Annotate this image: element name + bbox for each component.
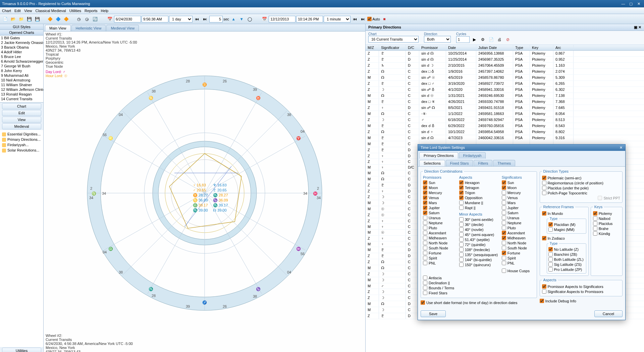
chk-pluto[interactable]: Pluto	[502, 225, 535, 230]
list-item[interactable]: 7 George W Bush	[0, 64, 43, 68]
col-header[interactable]: M/Z	[366, 45, 379, 50]
pd-direction-select[interactable]: Both	[424, 36, 451, 43]
chk-k-ndig[interactable]: Kündig	[593, 231, 620, 236]
down-icon[interactable]: ▼	[238, 15, 245, 23]
chk-declination---[interactable]: Declination ||	[423, 280, 535, 285]
chk-108---tredecile-[interactable]: 108° (tredecile)	[459, 247, 498, 252]
chk-sig-latitude--zs-[interactable]: Sig Latitude (ZS)	[548, 262, 585, 267]
col-header[interactable]: Key	[530, 45, 553, 50]
chk-sun[interactable]: Sun	[423, 180, 456, 185]
chk-150---quincunx-[interactable]: 150° (quincunx)	[459, 262, 498, 267]
tree-item[interactable]: Solar Revolutions...	[1, 148, 42, 153]
menu-edit[interactable]: Edit	[14, 9, 21, 13]
col-header[interactable]: D/C	[406, 45, 419, 50]
col-header[interactable]: Arc	[553, 45, 574, 50]
sidebar-btn-medieval[interactable]: Medieval	[2, 123, 41, 129]
short-date-checkbox[interactable]: Use short date format (no time of day) i…	[421, 300, 537, 305]
menu-reports[interactable]: Reports	[85, 9, 98, 13]
chk-brahe[interactable]: Brahe	[593, 226, 620, 231]
tab-medieval-view[interactable]: Medieval View	[106, 25, 139, 31]
pd-chart-select[interactable]: 16 Current Transits	[368, 36, 419, 43]
step1-select[interactable]: 1 day	[169, 16, 193, 22]
table-row[interactable]: Z☽Csin ☍ ♁4/1/20202458941.33016PSAPtolem…	[366, 87, 644, 93]
chk-magini--mm-[interactable]: Magini (MM)	[548, 227, 585, 232]
chk-midheaven[interactable]: Midheaven	[423, 235, 456, 240]
chk-fortune[interactable]: Fortune	[502, 250, 535, 255]
table-row[interactable]: Z☽C♂6/18/20222459748.92947PSAPtolemy8.51…	[366, 117, 644, 123]
menu-view[interactable]: View	[24, 9, 32, 13]
chk-moon[interactable]: Moon	[502, 185, 535, 190]
pin-icon[interactable]: ▣	[634, 25, 637, 29]
list-item[interactable]: 4 Adolf Hitler	[0, 50, 43, 54]
chk-pluto[interactable]: Pluto	[423, 225, 456, 230]
calendar2-icon[interactable]: 📅	[261, 15, 268, 23]
dlg-subtab-selections[interactable]: Selections	[419, 160, 445, 166]
dlg-tab-firdariyyah[interactable]: Firdariyyah	[459, 152, 486, 159]
chk-venus[interactable]: Venus	[423, 195, 456, 200]
list-item[interactable]: 8 John Kerry	[0, 68, 43, 73]
close-panel-icon[interactable]: ✕	[638, 25, 641, 29]
stop-icon[interactable]: ■	[381, 15, 388, 23]
date1-input[interactable]	[114, 16, 141, 22]
table-row[interactable]: M☊Csin ☌ ☉1/31/20212459246.69530PSAPtole…	[366, 93, 644, 99]
chk-bianchini--zb-[interactable]: Bianchini (ZB)	[548, 252, 585, 257]
col-header[interactable]: Promissor	[419, 45, 446, 50]
chk-mercury[interactable]: Mercury	[502, 190, 535, 195]
debug-checkbox[interactable]: Include Debug Info	[540, 298, 623, 303]
add-chart-icon[interactable]: 🔶	[46, 15, 54, 23]
dlg-tab-primary-directions[interactable]: Primary Directions	[419, 152, 458, 159]
step2-select[interactable]: 1 minute	[324, 16, 351, 22]
chk-uranus[interactable]: Uranus	[502, 215, 535, 220]
chk-pnl[interactable]: PNL	[423, 260, 456, 266]
chk-placidus[interactable]: Placidus	[593, 221, 620, 226]
chart-tool-icon[interactable]: 🔶	[62, 15, 70, 23]
chk-135---sesquisquare-[interactable]: 135° (sesquisquare)	[459, 252, 498, 257]
chk-sun[interactable]: Sun	[502, 180, 535, 185]
minimize-icon[interactable]: —	[620, 0, 627, 7]
chk-mundane---[interactable]: Mundane ||	[459, 200, 498, 205]
step-fwd2-icon[interactable]: ⏭	[359, 15, 367, 23]
col-header[interactable]: Date	[446, 45, 476, 50]
in-zodiaco-checkbox[interactable]: In Zodiaco	[542, 236, 586, 241]
step-fwd-icon[interactable]: ⏭	[201, 15, 209, 23]
chk-pro-latitude--zp-[interactable]: Pro Latitude (ZP)	[548, 267, 585, 272]
dlg-subtab-themes[interactable]: Themes	[493, 160, 515, 166]
chk-both-latitude--zl-[interactable]: Both Latitude (ZL)	[548, 257, 585, 262]
chart-area[interactable]: Wheel #1: Current Transits 12/12/2013, 1…	[44, 32, 365, 352]
chk-rapt---[interactable]: Rapt ||	[459, 205, 498, 210]
table-row[interactable]: M♇Csin ☌ ☊4/7/20232460042.33616PSAPtolem…	[366, 135, 644, 141]
menu-utilities[interactable]: Utilities	[69, 9, 81, 13]
refresh-icon[interactable]: 🔄	[91, 15, 99, 23]
dialog-close-icon[interactable]: ✕	[620, 145, 623, 150]
settings-icon[interactable]: ⚙	[479, 36, 486, 43]
chk-trigon[interactable]: Trigon	[459, 190, 498, 195]
gui-styles-header[interactable]: GUI Styles	[0, 24, 43, 30]
list-item[interactable]: 13 Ronald Reagan	[0, 92, 43, 97]
list-item[interactable]: 10 Neil Armstrong	[0, 78, 43, 82]
save-icon[interactable]: 💾	[25, 15, 33, 23]
chk-uranus[interactable]: Uranus	[423, 215, 456, 220]
list-item[interactable]: 12 William Jefferson Clinton	[0, 87, 43, 92]
tree-item[interactable]: Essential Dignities...	[1, 131, 42, 137]
cancel-icon[interactable]: ⊘	[504, 36, 512, 43]
biwheel-icon[interactable]: ◷	[75, 15, 83, 23]
list-item[interactable]: 14 Current Transits	[0, 97, 43, 101]
table-row[interactable]: Z☊Csin ☌ ♀10/1/20222459854.54958PSAPtole…	[366, 129, 644, 135]
chk-opposition[interactable]: Opposition	[459, 195, 498, 200]
chk-ptolemaic--semi-arc-[interactable]: Ptolemaic (semi-arc)	[542, 175, 621, 180]
chk-mars[interactable]: Mars	[423, 200, 456, 205]
new-icon[interactable]: 📄	[1, 15, 9, 23]
chk-placidus--under-the-pole-[interactable]: Placidus (under the pole)	[542, 185, 621, 190]
folder-icon[interactable]: 📁	[17, 15, 25, 23]
chk-hexagon[interactable]: Hexagon	[459, 180, 498, 185]
edit-chart-icon[interactable]: 🔷	[54, 15, 62, 23]
chart-list[interactable]: 1 Bill Gates2 Jackie Kennedy Onassis3 Ba…	[0, 36, 43, 103]
chk-tetragon[interactable]: Tetragon	[459, 185, 498, 190]
chk-mars[interactable]: Mars	[502, 200, 535, 205]
time2-input[interactable]	[296, 16, 323, 22]
chk-36---decile-[interactable]: 36° (decile)	[459, 222, 498, 227]
up-icon[interactable]: ▲	[230, 15, 237, 23]
chk-naibod[interactable]: Naibod	[593, 216, 620, 221]
cancel-button[interactable]: Cancel	[594, 310, 623, 317]
chk-south-node[interactable]: South Node	[423, 245, 456, 250]
